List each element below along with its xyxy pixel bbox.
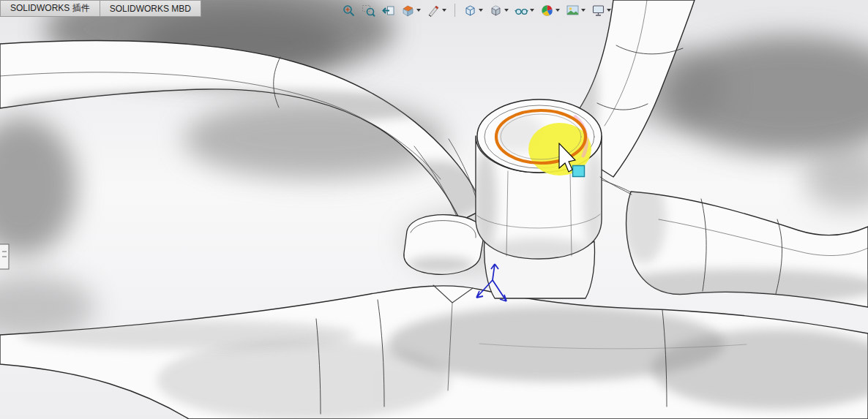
tab-solidworks-mbd[interactable]: SOLIDWORKS MBD	[100, 0, 201, 17]
hide-show-items-icon	[515, 4, 528, 18]
dynamic-annotation-views-button[interactable]	[426, 3, 447, 18]
dropdown-caret-icon	[442, 9, 446, 12]
previous-view-button[interactable]	[381, 3, 396, 18]
dropdown-caret-icon	[504, 9, 509, 12]
zoom-to-fit-button[interactable]	[341, 3, 356, 18]
view-orientation-button[interactable]	[463, 3, 484, 18]
dropdown-caret-icon	[479, 9, 483, 12]
view-settings-icon	[591, 4, 605, 18]
heads-up-toolbar	[341, 1, 612, 19]
hub-boss[interactable]	[404, 215, 484, 275]
apply-scene-button[interactable]	[565, 3, 586, 18]
dropdown-caret-icon	[555, 9, 560, 12]
application-window: SOLIDWORKS 插件 SOLIDWORKS MBD	[0, 0, 868, 419]
dropdown-caret-icon	[581, 9, 585, 12]
edit-appearance-button[interactable]	[539, 3, 561, 18]
viewport-3d[interactable]	[0, 0, 868, 419]
zoom-to-area-button[interactable]	[361, 3, 376, 18]
dropdown-caret-icon	[416, 9, 421, 12]
hide-show-items-button[interactable]	[514, 3, 535, 18]
hub-boss-shading	[408, 257, 474, 273]
zoom-to-fit-icon	[342, 4, 356, 18]
dynamic-annotation-views-icon	[427, 4, 441, 18]
tab-label: SOLIDWORKS MBD	[110, 4, 191, 14]
ribbon-tab-bar: SOLIDWORKS 插件 SOLIDWORKS MBD	[0, 0, 201, 17]
zoom-to-area-icon	[362, 4, 375, 18]
tab-label: SOLIDWORKS 插件	[10, 2, 90, 15]
apply-scene-icon	[566, 4, 580, 18]
panel-edge-tab[interactable]	[0, 244, 9, 269]
section-view-button[interactable]	[400, 3, 422, 18]
display-style-icon	[489, 4, 503, 18]
section-view-icon	[401, 4, 415, 18]
view-settings-button[interactable]	[591, 3, 612, 18]
dropdown-caret-icon	[530, 9, 534, 12]
tab-solidworks-addins[interactable]: SOLIDWORKS 插件	[0, 0, 100, 17]
display-style-button[interactable]	[488, 3, 509, 18]
face-select-badge	[573, 166, 585, 177]
previous-view-icon	[381, 4, 395, 18]
view-orientation-icon	[463, 4, 477, 18]
toolbar-separator	[454, 4, 455, 17]
dropdown-caret-icon	[607, 9, 611, 12]
edit-appearance-icon	[540, 4, 554, 18]
